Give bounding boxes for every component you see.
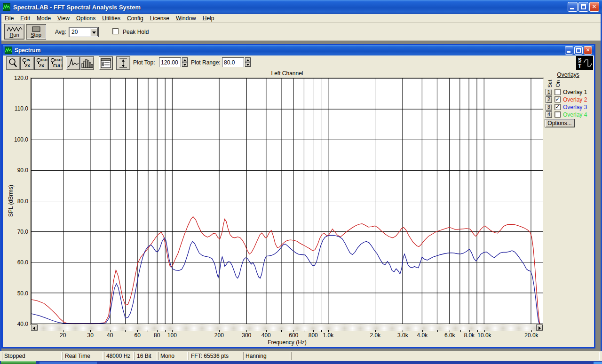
minimize-icon bbox=[567, 51, 570, 53]
plot-range-spinner[interactable] bbox=[245, 57, 251, 67]
overlay-set-button-1[interactable]: 1 bbox=[546, 89, 552, 95]
spectrum-time-toggle-icon[interactable]: S T bbox=[576, 56, 593, 70]
zoom-button[interactable] bbox=[6, 56, 20, 70]
spectrum-curve-overlay2 bbox=[32, 217, 540, 324]
plot-area[interactable] bbox=[31, 78, 543, 324]
zoom-out-full-button[interactable]: OUTFULL bbox=[48, 56, 63, 70]
zoom-out-2x-button[interactable]: OUT2X bbox=[34, 56, 48, 70]
minimize-button[interactable] bbox=[568, 2, 578, 12]
overlay-label-1: Overlay 1 bbox=[563, 89, 587, 95]
run-button[interactable]: Run bbox=[4, 24, 24, 40]
menu-item-edit[interactable]: Edit bbox=[17, 14, 33, 23]
overlay-row-2: 2✓Overlay 2 bbox=[546, 96, 597, 103]
spectrum-maximize-button[interactable] bbox=[574, 46, 583, 55]
status-segment-2: 48000 Hz bbox=[104, 352, 134, 360]
display-options-button[interactable] bbox=[99, 56, 113, 70]
menu-item-help[interactable]: Help bbox=[199, 14, 218, 23]
x-tick-label-4.0k: 4.0k bbox=[412, 332, 433, 339]
zoom-button-label-bottom: FULL bbox=[53, 64, 64, 68]
x-tick-label-100: 100 bbox=[162, 332, 182, 339]
vertical-ruler-icon bbox=[117, 57, 130, 70]
overlay-checkbox-2[interactable]: ✓ bbox=[554, 96, 561, 103]
overlay-row-4: 4Overlay 4 bbox=[546, 111, 597, 119]
plot-top-spinner[interactable] bbox=[182, 57, 188, 67]
menu-item-window[interactable]: Window bbox=[173, 14, 199, 23]
x-tick-label-3.0k: 3.0k bbox=[392, 332, 413, 339]
scroll-right-button[interactable] bbox=[536, 324, 543, 331]
plot-range-input[interactable] bbox=[222, 57, 244, 67]
spectrum-close-button[interactable]: ✕ bbox=[584, 46, 592, 55]
overlays-options-button[interactable]: Options... bbox=[545, 119, 575, 127]
overlay-checkbox-3[interactable]: ✓ bbox=[554, 104, 561, 110]
zoom-button-label-bottom: 2X bbox=[25, 64, 30, 68]
spin-up-button[interactable] bbox=[182, 57, 188, 62]
chevron-down-icon bbox=[246, 64, 249, 66]
spin-down-button[interactable] bbox=[245, 62, 251, 67]
scroll-left-button[interactable] bbox=[31, 324, 38, 331]
avg-dropdown-arrow[interactable] bbox=[90, 28, 98, 36]
spin-up-button[interactable] bbox=[245, 57, 251, 62]
bar-spectrum-button[interactable] bbox=[80, 56, 94, 70]
menu-item-file[interactable]: File bbox=[1, 14, 17, 23]
peak-hold-checkbox[interactable] bbox=[112, 28, 119, 34]
y-tick-label-50.0: 50.0 bbox=[2, 290, 28, 297]
avg-dropdown[interactable]: 20 bbox=[69, 27, 99, 37]
y-tick-label-40.0: 40.0 bbox=[2, 321, 28, 327]
peak-hold-label: Peak Hold bbox=[123, 29, 149, 35]
st-icon-bottom-letter: T bbox=[578, 63, 581, 69]
x-tick-label-30: 30 bbox=[80, 332, 101, 339]
overlay-checkbox-4[interactable] bbox=[554, 111, 561, 118]
options-button-label: Options... bbox=[547, 120, 571, 127]
overlay-set-button-3[interactable]: 3 bbox=[546, 104, 552, 111]
plot-top-label: Plot Top: bbox=[133, 59, 155, 66]
overlay-set-button-2[interactable]: 2 bbox=[546, 96, 552, 103]
overlay-set-button-4[interactable]: 4 bbox=[546, 111, 552, 118]
taskbar-item-edge[interactable] bbox=[40, 362, 97, 364]
chevron-down-icon bbox=[183, 64, 186, 66]
chevron-up-icon bbox=[246, 59, 249, 61]
menu-item-license[interactable]: License bbox=[147, 14, 173, 23]
x-tick-label-40: 40 bbox=[100, 332, 120, 339]
magnifier-icon bbox=[7, 57, 20, 70]
y-tick-label-60.0: 60.0 bbox=[2, 259, 28, 266]
spectrum-curve-overlay3 bbox=[32, 235, 539, 324]
close-icon: ✕ bbox=[584, 47, 592, 53]
list-window-icon bbox=[99, 57, 112, 70]
spectrum-titlebar[interactable]: Spectrum ✕ bbox=[3, 45, 594, 55]
overlay-label-3: Overlay 3 bbox=[563, 104, 587, 111]
zoom-button-label-top: OUT bbox=[55, 58, 62, 62]
vertical-scale-button[interactable] bbox=[116, 56, 130, 70]
spin-down-button[interactable] bbox=[182, 62, 188, 67]
plot-range-label: Plot Range: bbox=[191, 59, 221, 66]
spectrum-minimize-button[interactable] bbox=[565, 46, 573, 55]
zoom-in-2x-button[interactable]: IN2X bbox=[20, 56, 34, 70]
chevron-up-icon bbox=[183, 59, 186, 61]
main-titlebar[interactable]: SpectraLAB - FFT Spectral Analysis Syste… bbox=[0, 0, 602, 14]
stop-button[interactable]: Stop bbox=[26, 24, 46, 40]
overlays-heading: Overlays bbox=[549, 71, 587, 78]
menu-item-mode[interactable]: Mode bbox=[33, 14, 54, 23]
plot-horizontal-scrollbar[interactable] bbox=[31, 324, 543, 331]
maximize-icon bbox=[581, 4, 586, 9]
start-button-edge[interactable] bbox=[1, 361, 36, 364]
spectralab-main-window: SpectraLAB - FFT Spectral Analysis Syste… bbox=[0, 0, 602, 364]
status-segment-1: Real Time bbox=[63, 352, 103, 360]
plot-top-input[interactable] bbox=[159, 57, 181, 67]
menu-item-config[interactable]: Config bbox=[124, 14, 147, 23]
peak-curve-button[interactable] bbox=[66, 56, 80, 70]
menu-item-view[interactable]: View bbox=[54, 14, 73, 23]
spectrum-plot bbox=[32, 79, 543, 324]
maximize-button[interactable] bbox=[578, 2, 588, 12]
x-axis-title: Frequency (Hz) bbox=[31, 339, 543, 346]
x-tick-label-2.0k: 2.0k bbox=[365, 332, 386, 339]
x-tick-label-20: 20 bbox=[53, 332, 73, 339]
menu-item-options[interactable]: Options bbox=[73, 14, 99, 23]
overlay-checkbox-1[interactable] bbox=[554, 89, 561, 95]
close-button[interactable]: ✕ bbox=[589, 2, 599, 12]
menu-item-utilities[interactable]: Utilities bbox=[99, 14, 124, 23]
gridlines bbox=[32, 79, 543, 324]
y-axis-title: SPL (dBrms) bbox=[8, 180, 14, 222]
y-tick-label-80.0: 80.0 bbox=[2, 198, 28, 205]
menu-bar: FileEditModeViewOptionsUtilitiesConfigLi… bbox=[1, 14, 601, 23]
arrow-left-icon bbox=[33, 326, 35, 330]
